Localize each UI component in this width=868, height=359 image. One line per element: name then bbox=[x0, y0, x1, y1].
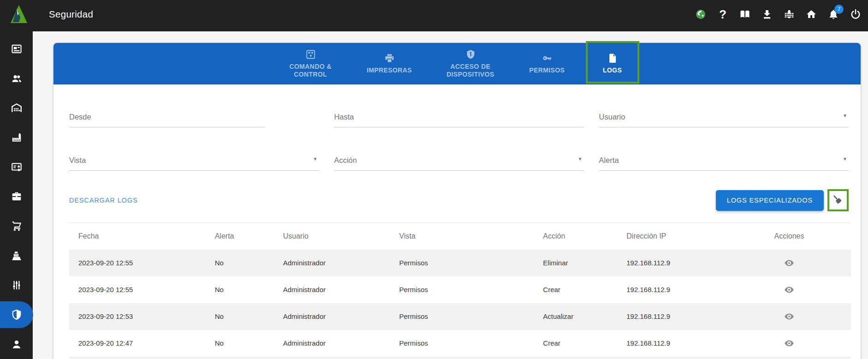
table-row: 2023-09-20 12:47 No Administrador Permis… bbox=[69, 330, 851, 357]
sidebar-item-news[interactable] bbox=[0, 34, 33, 64]
filter-desde[interactable]: Desde bbox=[69, 112, 265, 127]
cell-alerta: No bbox=[206, 276, 274, 303]
person-icon bbox=[11, 338, 23, 350]
home-button[interactable] bbox=[806, 9, 817, 20]
eye-icon bbox=[784, 311, 795, 322]
logout-button[interactable] bbox=[850, 9, 861, 20]
view-log-button[interactable] bbox=[782, 337, 797, 350]
tab-label: LOGS bbox=[603, 66, 622, 74]
filter-vista[interactable]: Vista ▼ bbox=[69, 156, 319, 171]
sidebar-item-register[interactable] bbox=[0, 241, 33, 270]
specialized-logs-button[interactable]: LOGS ESPECIALIZADOS bbox=[716, 190, 824, 211]
svg-text:?: ? bbox=[719, 9, 726, 20]
cell-vista: Permisos bbox=[390, 250, 534, 276]
filter-usuario[interactable]: Usuario ▼ bbox=[599, 112, 849, 127]
cash-register-icon bbox=[11, 250, 23, 262]
filter-label: Alerta bbox=[599, 156, 619, 164]
sidebar-item-users[interactable] bbox=[0, 64, 33, 93]
users-icon bbox=[11, 72, 23, 84]
globe-icon bbox=[695, 9, 706, 20]
sidebar-item-shopping[interactable] bbox=[0, 211, 33, 241]
view-log-button[interactable] bbox=[782, 257, 797, 269]
chevron-down-icon: ▼ bbox=[843, 155, 847, 164]
screen: Seguridad ? bbox=[0, 0, 868, 359]
download-logs-link[interactable]: DESCARGAR LOGS bbox=[69, 197, 138, 204]
logs-table: Fecha Alerta Usuario Vista Acción Direcc… bbox=[69, 222, 851, 357]
cell-fecha: 2023-09-20 12:53 bbox=[69, 303, 206, 330]
page-title: Seguridad bbox=[49, 9, 93, 20]
bug-report-button[interactable] bbox=[784, 9, 795, 20]
factory-icon bbox=[11, 132, 23, 144]
cell-ip: 192.168.112.9 bbox=[617, 303, 727, 330]
cell-vista: Permisos bbox=[390, 303, 534, 330]
cell-usuario: Administrador bbox=[274, 330, 390, 357]
broom-icon[interactable] bbox=[831, 193, 845, 207]
manual-button[interactable] bbox=[739, 9, 750, 20]
tab-label: IMPRESORAS bbox=[366, 66, 412, 74]
cell-alerta: No bbox=[206, 330, 274, 357]
filter-alerta[interactable]: Alerta ▼ bbox=[599, 156, 849, 171]
cell-alerta: No bbox=[206, 250, 274, 276]
sidebar-item-jobs[interactable] bbox=[0, 182, 33, 211]
sidebar-item-security[interactable] bbox=[0, 300, 33, 329]
filter-hasta[interactable]: Hasta bbox=[334, 112, 584, 127]
eye-icon bbox=[784, 338, 795, 349]
cell-fecha: 2023-09-20 12:47 bbox=[69, 330, 206, 357]
view-log-button[interactable] bbox=[782, 310, 797, 323]
help-button[interactable]: ? bbox=[717, 9, 728, 20]
actions-row: DESCARGAR LOGS LOGS ESPECIALIZADOS bbox=[69, 190, 849, 211]
cell-usuario: Administrador bbox=[274, 250, 390, 276]
eye-icon bbox=[784, 257, 795, 269]
cell-usuario: Administrador bbox=[274, 303, 390, 330]
tab-permisos[interactable]: PERMISOS bbox=[517, 43, 577, 84]
annotation-box-clear-filters bbox=[827, 189, 849, 211]
warehouse-icon bbox=[11, 102, 23, 114]
column-header-direccion-ip: Dirección IP bbox=[617, 223, 727, 250]
sidebar-item-warehouse[interactable] bbox=[0, 93, 33, 123]
document-icon bbox=[607, 53, 618, 64]
topbar: Seguridad ? bbox=[0, 0, 868, 31]
download-button[interactable] bbox=[762, 9, 773, 20]
sidebar-item-settings[interactable] bbox=[0, 270, 33, 300]
table-row: 2023-09-20 12:53 No Administrador Permis… bbox=[69, 303, 851, 330]
view-log-button[interactable] bbox=[782, 283, 797, 296]
manual-book-icon bbox=[739, 9, 750, 20]
filter-label: Usuario bbox=[599, 113, 625, 121]
table-row: 2023-09-20 12:55 No Administrador Permis… bbox=[69, 276, 851, 303]
sidenav bbox=[0, 31, 33, 359]
download-icon bbox=[762, 9, 773, 20]
chevron-down-icon: ▼ bbox=[578, 155, 582, 164]
cell-vista: Permisos bbox=[390, 276, 534, 303]
command-control-icon bbox=[305, 49, 316, 60]
notification-badge: 7 bbox=[834, 5, 844, 14]
cell-accion: Eliminar bbox=[534, 250, 617, 276]
chevron-down-icon: ▼ bbox=[313, 155, 318, 164]
help-icon: ? bbox=[717, 9, 728, 20]
notifications-button[interactable]: 7 bbox=[828, 9, 839, 20]
tab-impresoras[interactable]: IMPRESORAS bbox=[355, 43, 424, 84]
tab-label: ACCESO DE DISPOSITIVOS bbox=[434, 63, 508, 78]
tab-acceso-dispositivos[interactable]: ACCESO DE DISPOSITIVOS bbox=[434, 43, 508, 84]
cell-ip: 192.168.112.9 bbox=[617, 276, 727, 303]
tab-logs[interactable]: LOGS bbox=[587, 43, 638, 84]
cell-alerta: No bbox=[206, 303, 274, 330]
cell-accion: Crear bbox=[534, 330, 617, 357]
tab-comando-control[interactable]: COMANDO & CONTROL bbox=[276, 43, 345, 84]
sidebar-item-profile[interactable] bbox=[0, 329, 33, 359]
sidebar-item-factory[interactable] bbox=[0, 123, 33, 152]
table-row: 2023-09-20 12:55 No Administrador Permis… bbox=[69, 250, 851, 276]
sidebar-item-certificates[interactable] bbox=[0, 152, 33, 182]
filter-accion[interactable]: Acción ▼ bbox=[334, 156, 584, 171]
cart-icon bbox=[11, 220, 23, 232]
cell-usuario: Administrador bbox=[274, 276, 390, 303]
column-header-alerta: Alerta bbox=[206, 223, 274, 250]
key-icon bbox=[542, 53, 553, 64]
cell-vista: Permisos bbox=[390, 330, 534, 357]
cell-accion: Crear bbox=[534, 276, 617, 303]
column-header-acciones: Acciones bbox=[727, 223, 851, 250]
bug-icon bbox=[784, 9, 795, 20]
filter-label: Desde bbox=[69, 113, 91, 121]
language-button[interactable] bbox=[695, 9, 706, 20]
power-icon bbox=[850, 9, 861, 20]
column-header-accion: Acción bbox=[534, 223, 617, 250]
